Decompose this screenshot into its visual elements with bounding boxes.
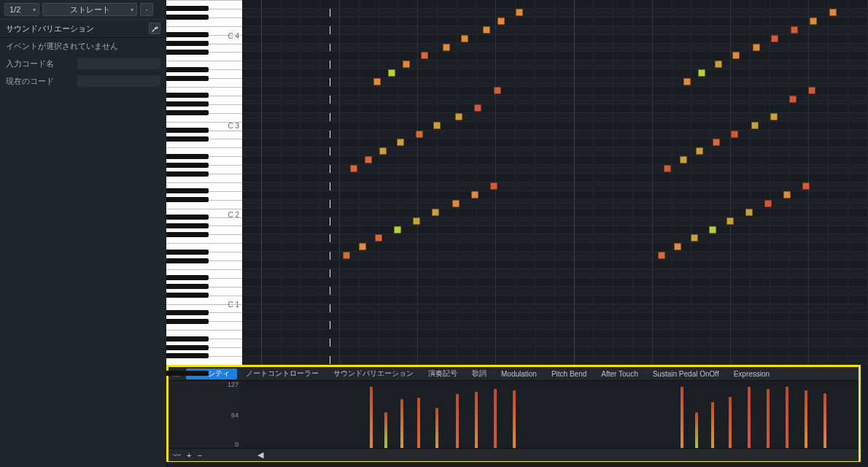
velocity-bar[interactable] [695, 412, 698, 448]
black-key[interactable] [166, 67, 209, 72]
velocity-bar[interactable] [494, 389, 497, 448]
velocity-bar[interactable] [681, 387, 683, 448]
midi-note[interactable] [497, 18, 505, 25]
velocity-bar[interactable] [805, 390, 807, 448]
midi-note[interactable] [764, 200, 772, 207]
midi-note[interactable] [802, 182, 810, 190]
black-key[interactable] [166, 163, 209, 168]
black-key[interactable] [166, 101, 209, 107]
midi-note[interactable] [709, 226, 716, 234]
black-key[interactable] [166, 32, 209, 37]
black-key[interactable] [166, 250, 209, 255]
quantize-mode-combo[interactable]: ストレート ▾ [42, 3, 137, 16]
wrench-icon[interactable] [149, 23, 160, 34]
midi-note[interactable] [388, 69, 395, 77]
note-grid[interactable] [242, 0, 868, 365]
velocity-bar[interactable] [370, 387, 373, 448]
black-key[interactable] [166, 50, 209, 55]
midi-note[interactable] [808, 87, 815, 94]
controller-tab[interactable]: Sustain Pedal OnOff [646, 367, 726, 380]
midi-note[interactable] [474, 104, 481, 112]
midi-note[interactable] [403, 61, 410, 68]
current-chord-field[interactable] [77, 75, 160, 87]
midi-note[interactable] [771, 35, 778, 42]
controller-tab[interactable]: サウンドバリエーション [326, 367, 421, 380]
midi-note[interactable] [698, 69, 705, 77]
midi-note[interactable] [490, 182, 497, 190]
midi-note[interactable] [789, 96, 797, 103]
remove-lane-icon[interactable]: − [197, 451, 201, 460]
midi-note[interactable] [373, 78, 381, 85]
midi-note[interactable] [516, 9, 523, 16]
midi-note[interactable] [471, 191, 478, 198]
midi-note[interactable] [713, 139, 720, 146]
black-key[interactable] [166, 275, 209, 280]
midi-note[interactable] [416, 131, 423, 138]
black-key[interactable] [166, 110, 209, 115]
controller-tab[interactable]: Modulation [494, 367, 544, 380]
midi-note[interactable] [394, 226, 401, 234]
black-key[interactable] [166, 197, 209, 202]
line-tool-icon[interactable]: 〰 [173, 451, 181, 460]
midi-note[interactable] [421, 52, 428, 59]
velocity-bar[interactable] [513, 390, 516, 448]
midi-note[interactable] [432, 209, 439, 216]
black-key[interactable] [166, 223, 209, 228]
midi-note[interactable] [731, 131, 738, 138]
midi-note[interactable] [696, 147, 703, 155]
black-key[interactable] [166, 336, 209, 341]
quantize-settings-button[interactable]: · [140, 3, 153, 16]
controller-tab[interactable]: 演奏記号 [421, 367, 465, 380]
midi-note[interactable] [483, 26, 490, 34]
black-key[interactable] [166, 171, 209, 177]
black-key[interactable] [166, 76, 209, 81]
velocity-bar[interactable] [729, 397, 732, 448]
velocity-bar[interactable] [417, 398, 420, 448]
black-key[interactable] [166, 215, 209, 220]
midi-note[interactable] [783, 191, 791, 198]
black-key[interactable] [166, 154, 209, 159]
black-key[interactable] [166, 128, 209, 133]
quantize-value-combo[interactable]: 1/2 ▾ [4, 3, 39, 16]
black-key[interactable] [166, 353, 209, 358]
midi-note[interactable] [664, 165, 671, 172]
midi-note[interactable] [791, 26, 798, 34]
black-key[interactable] [166, 284, 209, 289]
piano-keyboard[interactable]: C 4C 3C 2C 1 [166, 0, 243, 365]
midi-note[interactable] [770, 113, 778, 120]
midi-note[interactable] [829, 9, 837, 16]
black-key[interactable] [166, 345, 209, 350]
midi-note[interactable] [726, 217, 734, 225]
midi-note[interactable] [397, 139, 404, 146]
midi-note[interactable] [494, 87, 501, 94]
black-key[interactable] [166, 319, 209, 324]
midi-note[interactable] [343, 252, 350, 259]
velocity-bar[interactable] [456, 394, 459, 448]
midi-note[interactable] [732, 52, 740, 59]
midi-note[interactable] [745, 209, 753, 216]
black-key[interactable] [166, 258, 209, 263]
black-key[interactable] [166, 188, 209, 193]
black-key[interactable] [166, 93, 209, 98]
velocity-bar[interactable] [475, 392, 478, 448]
speaker-icon[interactable]: ◀ [257, 450, 263, 460]
midi-note[interactable] [751, 122, 759, 129]
midi-note[interactable] [680, 156, 687, 163]
black-key[interactable] [166, 371, 209, 376]
midi-note[interactable] [413, 217, 420, 225]
midi-note[interactable] [452, 200, 460, 207]
midi-note[interactable] [350, 165, 357, 172]
black-key[interactable] [166, 15, 209, 20]
black-key[interactable] [166, 310, 209, 315]
velocity-bar[interactable] [384, 412, 387, 448]
midi-note[interactable] [658, 252, 665, 259]
velocity-bar[interactable] [767, 389, 770, 448]
black-key[interactable] [166, 136, 209, 142]
midi-note[interactable] [810, 18, 817, 25]
midi-note[interactable] [674, 243, 681, 250]
black-key[interactable] [166, 41, 209, 46]
velocity-bar[interactable] [400, 399, 403, 448]
midi-note[interactable] [691, 234, 698, 242]
black-key[interactable] [166, 293, 209, 298]
midi-note[interactable] [753, 44, 760, 51]
